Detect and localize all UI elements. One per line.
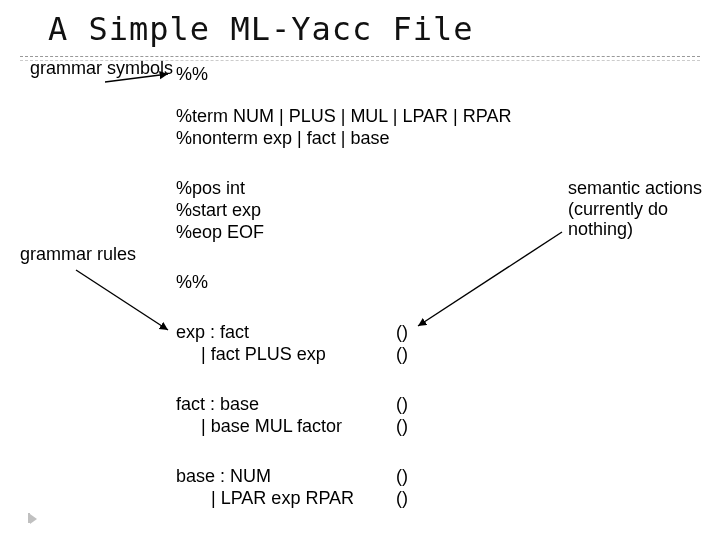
code-term: %term NUM | PLUS | MUL | LPAR | RPAR (176, 106, 511, 127)
code-start: %start exp (176, 200, 261, 221)
annotation-semantic-actions: semantic actions (currently do nothing) (568, 178, 720, 240)
code-rule-fact-2: | base MUL factor (176, 416, 342, 437)
annotation-grammar-symbols: grammar symbols (30, 58, 173, 79)
code-pos: %pos int (176, 178, 245, 199)
slide: A Simple ML-Yacc File grammar symbols gr… (0, 0, 720, 540)
title-underline (20, 56, 700, 57)
arrow-grammar-rules (76, 270, 168, 330)
slide-title: A Simple ML-Yacc File (48, 10, 474, 48)
action-1: () (396, 322, 408, 343)
code-sep-top: %% (176, 64, 208, 85)
arrows-layer (0, 0, 720, 540)
action-2: () (396, 344, 408, 365)
code-rule-exp-1: exp : fact (176, 322, 249, 343)
footer-glyph (28, 510, 35, 528)
annotation-grammar-rules: grammar rules (20, 244, 136, 265)
action-4: () (396, 416, 408, 437)
action-6: () (396, 488, 408, 509)
code-sep-mid: %% (176, 272, 208, 293)
arrow-semantic-actions (418, 232, 562, 326)
code-rule-exp-2: | fact PLUS exp (176, 344, 326, 365)
code-nonterm: %nonterm exp | fact | base (176, 128, 389, 149)
code-eop: %eop EOF (176, 222, 264, 243)
code-rule-fact-1: fact : base (176, 394, 259, 415)
code-rule-base-1: base : NUM (176, 466, 271, 487)
action-3: () (396, 394, 408, 415)
action-5: () (396, 466, 408, 487)
code-rule-base-2: | LPAR exp RPAR (176, 488, 354, 509)
